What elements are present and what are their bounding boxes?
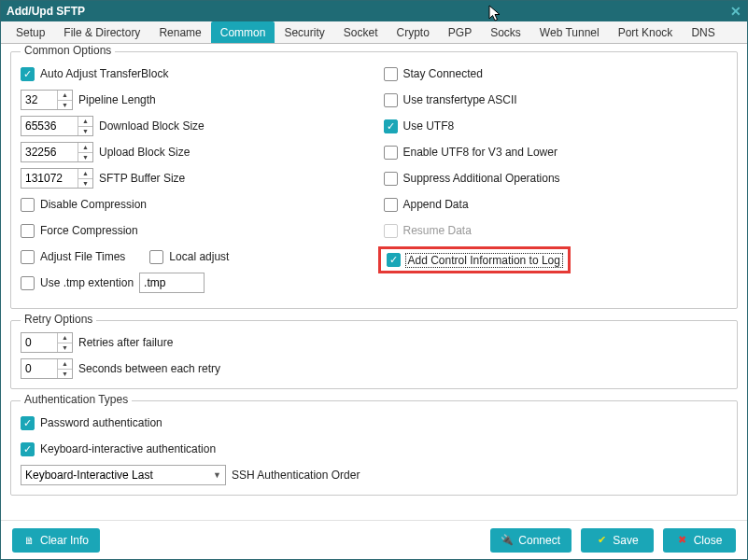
label-disable-compression: Disable Compression [40, 198, 147, 211]
group-title-retry: Retry Options [21, 313, 96, 326]
tab-dns[interactable]: DNS [682, 21, 724, 43]
chevron-down-icon[interactable]: ▼ [78, 127, 92, 136]
checkbox-resume-data [384, 224, 398, 238]
checkbox-keyboard-auth[interactable] [21, 442, 35, 456]
label-adjust-file-times: Adjust File Times [40, 250, 125, 263]
chevron-up-icon[interactable]: ▲ [58, 333, 72, 343]
checkbox-local-adjust[interactable] [149, 250, 163, 264]
chevron-down-icon[interactable]: ▼ [58, 101, 72, 110]
close-icon: ✖ [677, 535, 688, 546]
check-icon: ✔ [596, 535, 607, 546]
label-pipeline-length: Pipeline Length [78, 93, 156, 106]
tab-crypto[interactable]: Crypto [387, 21, 438, 43]
chevron-up-icon[interactable]: ▲ [58, 359, 72, 370]
chevron-down-icon: ▼ [213, 470, 221, 480]
tab-common[interactable]: Common [211, 21, 275, 43]
checkbox-add-control-info[interactable] [387, 253, 401, 267]
tab-strip: Setup File & Directory Rename Common Sec… [1, 21, 747, 44]
footer: 🗎 Clear Info 🔌 Connect ✔ Save ✖ Close [1, 520, 747, 559]
chevron-down-icon[interactable]: ▼ [58, 370, 72, 379]
label-append-data: Append Data [403, 198, 469, 211]
common-left-column: Auto Adjust TransferBlock 32 ▲▼ Pipeline… [21, 63, 365, 299]
spinner-seconds-between-retry[interactable]: 0 ▲▼ [21, 358, 73, 379]
chevron-up-icon[interactable]: ▲ [58, 91, 72, 101]
highlight-add-control-info: Add Control Information to Log [378, 246, 571, 273]
common-right-column: Stay Connected Use transfertype ASCII Us… [384, 63, 728, 299]
checkbox-enable-utf8-v3[interactable] [384, 146, 398, 160]
tab-rename[interactable]: Rename [149, 21, 210, 43]
title-bar: Add/Upd SFTP ✕ [1, 1, 747, 21]
group-authentication-types: Authentication Types Password authentica… [10, 400, 738, 496]
label-force-compression: Force Compression [40, 224, 138, 237]
chevron-up-icon[interactable]: ▲ [78, 143, 92, 153]
label-resume-data: Resume Data [403, 224, 472, 237]
checkbox-append-data[interactable] [384, 198, 398, 212]
tab-socket[interactable]: Socket [334, 21, 388, 43]
label-suppress-additional: Suppress Additional Operations [403, 172, 560, 185]
checkbox-password-auth[interactable] [21, 416, 35, 430]
checkbox-force-compression[interactable] [21, 224, 35, 238]
group-retry-options: Retry Options 0 ▲▼ Retries after failure… [10, 320, 738, 389]
chevron-up-icon[interactable]: ▲ [78, 117, 92, 127]
label-use-transfertype-ascii: Use transfertype ASCII [403, 93, 517, 106]
chevron-down-icon[interactable]: ▼ [78, 153, 92, 162]
save-button[interactable]: ✔ Save [581, 528, 654, 553]
chevron-down-icon[interactable]: ▼ [78, 179, 92, 189]
tab-security[interactable]: Security [275, 21, 333, 43]
label-seconds-between-retry: Seconds between each retry [78, 362, 220, 375]
checkbox-disable-compression[interactable] [21, 198, 35, 212]
label-password-auth: Password authentication [40, 416, 162, 429]
clear-info-button[interactable]: 🗎 Clear Info [12, 528, 100, 553]
label-download-block-size: Download Block Size [99, 119, 205, 133]
label-retries-after-failure: Retries after failure [78, 336, 173, 349]
checkbox-use-tmp-extension[interactable] [21, 276, 35, 290]
window-title: Add/Upd SFTP [7, 5, 85, 18]
tab-socks[interactable]: Socks [481, 21, 530, 43]
chevron-down-icon[interactable]: ▼ [58, 343, 72, 353]
checkbox-use-utf8[interactable] [384, 119, 398, 133]
chevron-up-icon[interactable]: ▲ [78, 169, 92, 179]
label-use-utf8: Use UTF8 [403, 119, 455, 133]
label-upload-block-size: Upload Block Size [99, 146, 190, 159]
tab-pgp[interactable]: PGP [439, 21, 481, 43]
plug-icon: 🔌 [501, 535, 513, 546]
label-local-adjust: Local adjust [169, 250, 229, 263]
label-sftp-buffer-size: SFTP Buffer Size [99, 172, 185, 185]
tab-file-directory[interactable]: File & Directory [54, 21, 149, 43]
spinner-sftp-buffer-size[interactable]: 131072 ▲▼ [21, 168, 93, 189]
tab-port-knock[interactable]: Port Knock [609, 21, 683, 43]
label-add-control-info: Add Control Information to Log [406, 254, 562, 267]
close-icon[interactable]: ✕ [730, 4, 741, 19]
spinner-retries-after-failure[interactable]: 0 ▲▼ [21, 332, 73, 353]
group-title-common: Common Options [21, 44, 115, 57]
checkbox-adjust-file-times[interactable] [21, 250, 35, 264]
close-button[interactable]: ✖ Close [663, 528, 736, 553]
checkbox-use-transfertype-ascii[interactable] [384, 93, 398, 107]
label-enable-utf8-v3: Enable UTF8 for V3 and Lower [403, 146, 557, 159]
connect-button[interactable]: 🔌 Connect [490, 528, 572, 553]
tab-web-tunnel[interactable]: Web Tunnel [530, 21, 609, 43]
tab-setup[interactable]: Setup [7, 21, 54, 43]
label-stay-connected: Stay Connected [403, 67, 483, 80]
spinner-pipeline-length[interactable]: 32 ▲▼ [21, 90, 73, 110]
label-use-tmp-extension: Use .tmp extention [40, 276, 134, 289]
group-common-options: Common Options Auto Adjust TransferBlock… [10, 51, 738, 309]
document-icon: 🗎 [23, 535, 35, 546]
input-tmp-extension[interactable]: .tmp [139, 273, 205, 293]
spinner-upload-block-size[interactable]: 32256 ▲▼ [21, 142, 93, 162]
spinner-download-block-size[interactable]: 65536 ▲▼ [21, 116, 93, 136]
checkbox-suppress-additional[interactable] [384, 172, 398, 186]
group-title-auth: Authentication Types [21, 393, 132, 406]
combo-auth-order[interactable]: Keyboard-Interactive Last ▼ [21, 465, 226, 485]
label-auth-order: SSH Authentication Order [232, 469, 360, 482]
main-content: Common Options Auto Adjust TransferBlock… [1, 44, 747, 520]
checkbox-auto-adjust-transferblock[interactable] [21, 67, 35, 81]
checkbox-stay-connected[interactable] [384, 67, 398, 81]
label-keyboard-auth: Keyboard-interactive authentication [40, 442, 216, 455]
label-auto-adjust-transferblock: Auto Adjust TransferBlock [40, 67, 168, 80]
